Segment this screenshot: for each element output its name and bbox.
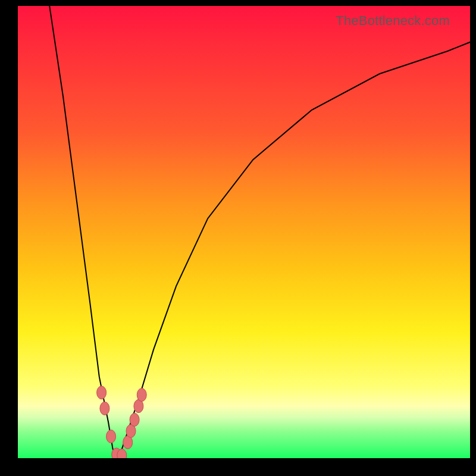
curve-left-branch [49,6,117,458]
plot-area: TheBottleneck.com [18,6,470,458]
chart-overlay [18,6,470,458]
curve-right-branch [117,42,470,458]
chart-frame: TheBottleneck.com [0,0,476,476]
bead-point [117,449,127,458]
bead-point [100,402,109,415]
bead-point [130,413,139,426]
bead-point [97,386,107,399]
bead-point [107,430,116,443]
bead-point [137,389,146,402]
beads-group [97,386,147,458]
